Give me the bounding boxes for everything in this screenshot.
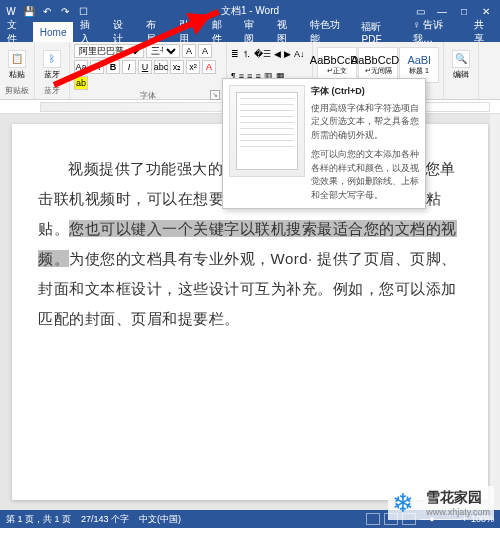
multilevel-button[interactable]: �☰ — [254, 49, 271, 59]
watermark-logo-icon: ❄ — [392, 488, 422, 518]
tooltip-preview-icon — [229, 85, 305, 177]
bullets-button[interactable]: ≣ — [231, 49, 239, 59]
sort-button[interactable]: A↓ — [294, 49, 305, 59]
app-icon: W — [4, 4, 18, 18]
status-words[interactable]: 27/143 个字 — [81, 513, 129, 526]
close-icon[interactable]: ✕ — [476, 6, 496, 17]
paste-icon: 📋 — [8, 50, 26, 68]
subscript-button[interactable]: x₂ — [170, 60, 184, 74]
tooltip-desc-1: 使用高级字体和字符选项自定义所选文本，帮之具备您所需的确切外观。 — [311, 102, 419, 143]
font-dialog-launcher[interactable]: ↘ — [210, 90, 220, 100]
group-editing: 🔍 编辑 — [444, 42, 479, 99]
tab-pdf[interactable]: 福昕PDF — [354, 22, 406, 42]
superscript-button[interactable]: x² — [186, 60, 200, 74]
tab-design[interactable]: 设计 — [106, 22, 139, 42]
font-color-button[interactable]: A — [202, 60, 216, 74]
qat-save-icon[interactable]: 💾 — [22, 4, 36, 18]
tab-home[interactable]: Home — [33, 22, 74, 42]
status-lang[interactable]: 中文(中国) — [139, 513, 181, 526]
grow-font-button[interactable]: A — [182, 44, 196, 58]
paste-button[interactable]: 📋 粘贴 — [4, 48, 30, 82]
qat-redo-icon[interactable]: ↷ — [58, 4, 72, 18]
group-clipboard: 📋 粘贴 剪贴板 — [0, 42, 35, 99]
maximize-icon[interactable]: □ — [454, 6, 474, 17]
find-icon: 🔍 — [452, 50, 470, 68]
font-tooltip: 字体 (Ctrl+D) 使用高级字体和字符选项自定义所选文本，帮之具备您所需的确… — [222, 78, 426, 209]
italic-button[interactable]: I — [122, 60, 136, 74]
watermark-url: www.xhjaty.com — [426, 507, 490, 517]
tab-review[interactable]: 审阅 — [237, 22, 270, 42]
strike-button[interactable]: abc — [154, 60, 168, 74]
font-size-select[interactable]: 三号 — [146, 44, 180, 58]
bluetooth-button[interactable]: ᛒ 蓝牙 — [39, 48, 65, 82]
watermark: ❄ 雪花家园 www.xhjaty.com — [388, 486, 494, 520]
tab-view[interactable]: 视图 — [270, 22, 303, 42]
tab-file[interactable]: 文件 — [0, 22, 33, 42]
qat-undo-icon[interactable]: ↶ — [40, 4, 54, 18]
tab-tell-me[interactable]: ♀ 告诉我… — [406, 22, 467, 42]
tooltip-title: 字体 (Ctrl+D) — [311, 85, 419, 99]
tab-special[interactable]: 特色功能 — [303, 22, 355, 42]
tab-share[interactable]: 共享 — [467, 22, 500, 42]
view-read-icon[interactable] — [366, 513, 380, 525]
tooltip-desc-2: 您可以向您的文本添加各种各样的样式和颜色，以及视觉效果，例如删除线、上标和全部大… — [311, 148, 419, 202]
body-text-2: 为使您的文档具有专业外观，Word· 提供了页眉、页脚、封面和文本框设计，这些设… — [38, 250, 457, 327]
qat-new-icon[interactable]: ☐ — [76, 4, 90, 18]
minimize-icon[interactable]: — — [432, 6, 452, 17]
shrink-font-button[interactable]: A — [198, 44, 212, 58]
font-group-label: 字体 — [140, 91, 156, 100]
ribbon-min-icon[interactable]: ▭ — [410, 6, 430, 17]
indent-inc-button[interactable]: ▶ — [284, 49, 291, 59]
window-title: 文档1 - Word — [90, 4, 410, 18]
group-bluetooth: ᛒ 蓝牙 蓝牙 — [35, 42, 70, 99]
watermark-name: 雪花家园 — [426, 489, 490, 507]
underline-button[interactable]: U — [138, 60, 152, 74]
editing-button[interactable]: 🔍 编辑 — [448, 48, 474, 82]
status-page[interactable]: 第 1 页，共 1 页 — [6, 513, 71, 526]
numbering-button[interactable]: ⒈ — [242, 48, 251, 61]
indent-dec-button[interactable]: ◀ — [274, 49, 281, 59]
bluetooth-icon: ᛒ — [43, 50, 61, 68]
vertical-scrollbar[interactable] — [490, 114, 500, 510]
tab-insert[interactable]: 插入 — [73, 22, 106, 42]
